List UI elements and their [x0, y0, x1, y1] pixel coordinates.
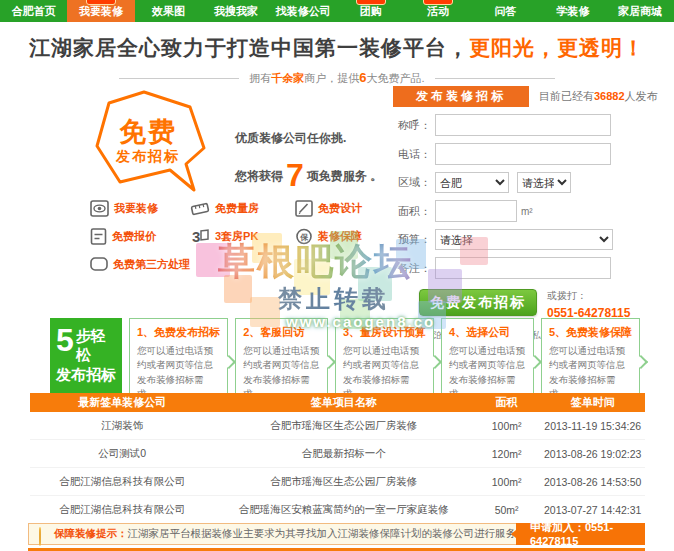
cell-time: 2013-08-26 14:53:50: [540, 476, 645, 488]
promo-text: 优质装修公司任你挑. 您将获得7项免费服务 。: [235, 130, 405, 194]
bubble-line2: 发布招标: [88, 148, 208, 166]
phone-input[interactable]: [435, 143, 611, 165]
col-header-project: 签单项目名称: [215, 395, 473, 410]
cell-area: 100m²: [473, 420, 541, 432]
area-unit: m²: [521, 206, 533, 217]
form-row-region: 区域： 合肥 请选择: [393, 172, 663, 193]
service-decorate-guarantee[interactable]: 保 装修保障: [295, 228, 395, 245]
form-row-phone: 电话：: [393, 143, 663, 165]
service-free-quote[interactable]: 免费报价: [90, 228, 190, 245]
cell-area: 120m²: [473, 448, 541, 460]
call-info: 或拨打： 0551-64278115: [547, 289, 630, 320]
or-call-label: 或拨打：: [547, 289, 630, 303]
nav-item-search-my-home[interactable]: 我搜我家: [202, 0, 269, 22]
submit-bid-button[interactable]: 免费发布招标: [419, 289, 537, 316]
nav-item-activity[interactable]: 活动: [404, 0, 471, 22]
chevron-right-icon: [222, 355, 236, 369]
ruler-icon: [190, 200, 210, 217]
watermark-tile: [358, 267, 392, 301]
nav-item-label: 找装修公司: [276, 4, 331, 19]
cell-time: 2013-07-27 14:42:31: [540, 504, 645, 516]
nav-item-group-buy[interactable]: 团购: [337, 0, 404, 22]
nav-item-i-want-decorate[interactable]: 我要装修: [67, 0, 134, 22]
nav-item-label: 活动: [427, 4, 449, 19]
service-3-rooms-pk[interactable]: 3 3套房PK: [190, 228, 295, 245]
table-row[interactable]: 江湖装饰 合肥市瑶海区生态公园厂房装修 100m² 2013-11-19 15:…: [30, 412, 645, 440]
note-input[interactable]: [435, 257, 611, 279]
nav-item-find-company[interactable]: 找装修公司: [270, 0, 337, 22]
nav-hot-badge: [423, 0, 453, 5]
bulb-icon: [39, 528, 46, 541]
divider-line: [119, 78, 239, 79]
step-title: 5、免费装修保障: [549, 325, 632, 340]
hero-subtitle: 拥有千余家商户，提供6大免费产品.: [0, 70, 674, 86]
service-free-measure[interactable]: 免费量房: [190, 200, 295, 217]
third-party-icon: [90, 256, 108, 272]
col-header-time: 签单时间: [540, 395, 645, 410]
region-label: 区域：: [393, 175, 431, 190]
nav-hot-badge: [86, 0, 116, 5]
nav-item-home[interactable]: 合肥首页: [0, 0, 67, 22]
service-free-design[interactable]: 免费设计: [295, 200, 395, 217]
chevron-right-icon: [634, 355, 648, 369]
divider-line: [435, 78, 555, 79]
publish-count: 目前已经有36882人发布: [539, 89, 658, 104]
service-label: 免费设计: [318, 201, 362, 216]
top-nav: 合肥首页 我要装修 效果图 我搜我家 找装修公司 团购 活动 问答 学装修 家居…: [0, 0, 674, 22]
count-number: 36882: [594, 90, 625, 102]
free-bid-badge: 免费 发布招标: [88, 88, 220, 200]
step-title: 3、量房设计预算: [343, 325, 426, 340]
title-main: 江湖家居全心致力于打造中国第一装修平台，: [29, 36, 469, 59]
nav-item-label: 合肥首页: [12, 4, 56, 19]
district-select[interactable]: 请选择: [517, 172, 571, 193]
nav-item-label: 学装修: [556, 4, 589, 19]
nav-item-effect-pictures[interactable]: 效果图: [135, 0, 202, 22]
nav-hot-badge: [356, 0, 386, 5]
name-input[interactable]: [435, 114, 611, 136]
chevron-right-icon: [528, 355, 542, 369]
apply-join-button[interactable]: 申请加入：0551-64278115: [516, 523, 645, 545]
notch-icon: [511, 530, 516, 538]
tip-text: 江湖家居平台根据装修业主要求为其寻找加入江湖装修保障计划的装修公司进行服务: [127, 527, 516, 541]
apply-join-label: 申请加入：0551-64278115: [530, 520, 631, 547]
cell-project: 合肥瑶海区安粮蓝寓简约的一室一厅家庭装修: [215, 503, 473, 517]
promo-line1: 优质装修公司任你挑.: [235, 130, 405, 147]
form-row-note: 备注：: [393, 257, 663, 279]
col-header-area: 面积: [473, 395, 541, 410]
eye-icon: [90, 200, 109, 217]
steps-number: 5: [56, 326, 74, 355]
tip-label: 保障装修提示：: [54, 527, 128, 541]
city-select[interactable]: 合肥: [435, 172, 509, 193]
table-row[interactable]: 公司测试0 合肥最新招标一个 120m² 2013-08-26 19:02:23: [30, 440, 645, 468]
area-label: 面积：: [393, 204, 431, 219]
nav-item-label: 家居商城: [618, 4, 662, 19]
bid-form: 发布装修招标 目前已经有36882人发布 称呼： 电话： 区域： 合肥 请选择 …: [393, 86, 663, 342]
form-title-ribbon: 发布装修招标: [393, 86, 529, 107]
budget-select[interactable]: 请选择: [435, 229, 613, 250]
cell-time: 2013-08-26 19:02:23: [540, 448, 645, 460]
col-header-company: 最新签单装修公司: [30, 395, 215, 410]
promo-line2: 您将获得7项免费服务 。: [235, 157, 405, 194]
cell-company: 合肥江湖信息科技有限公司: [30, 475, 215, 489]
service-third-party[interactable]: 免费第三方处理: [90, 256, 190, 272]
svg-text:3: 3: [192, 228, 200, 245]
service-label: 免费第三方处理: [113, 257, 190, 272]
svg-text:保: 保: [299, 233, 309, 242]
service-i-want-decorate[interactable]: 我要装修: [90, 200, 190, 217]
latest-orders-table: 最新签单装修公司 签单项目名称 面积 签单时间 江湖装饰 合肥市瑶海区生态公园厂…: [30, 393, 645, 524]
nav-item-label: 我要装修: [79, 4, 123, 19]
cell-project: 合肥市瑶海区生态公园厂房装修: [215, 419, 473, 433]
table-header-row: 最新签单装修公司 签单项目名称 面积 签单时间: [30, 393, 645, 412]
nav-item-label: 我搜我家: [214, 4, 258, 19]
hero-section: 江湖家居全心致力于打造中国第一装修平台，更阳光，更透明！ 拥有千余家商户，提供6…: [0, 22, 674, 86]
nav-item-qa[interactable]: 问答: [472, 0, 539, 22]
nav-item-home-mall[interactable]: 家居商城: [607, 0, 674, 22]
big-seven: 7: [283, 157, 307, 193]
watermark-no-repost: 禁止转载: [278, 283, 390, 315]
cell-project: 合肥最新招标一个: [215, 447, 473, 461]
nav-item-learn-decorate[interactable]: 学装修: [539, 0, 606, 22]
title-accent: 更阳光，更透明！: [469, 36, 645, 59]
table-row[interactable]: 合肥江湖信息科技有限公司 合肥市瑶海区生态公园厂房装修 100m² 2013-0…: [30, 468, 645, 496]
area-input[interactable]: [435, 200, 517, 222]
service-label: 我要装修: [114, 201, 158, 216]
